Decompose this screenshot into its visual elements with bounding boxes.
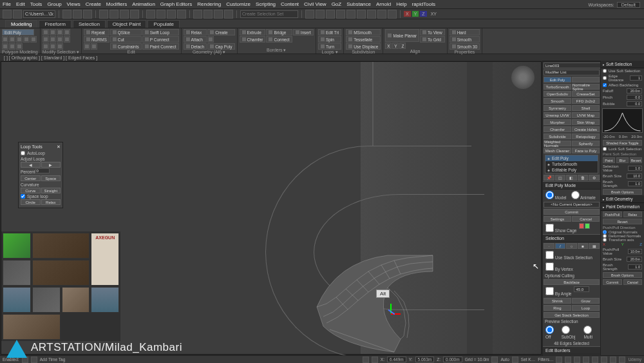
next-mod[interactable] xyxy=(9,43,15,50)
affect-back[interactable] xyxy=(603,83,607,87)
mod-subdivide[interactable]: Subdivide xyxy=(544,133,571,139)
attach-button[interactable]: Attach xyxy=(184,36,207,43)
time-play[interactable] xyxy=(565,357,571,363)
makeplanar-button[interactable]: Make Planar xyxy=(385,29,419,42)
use-softsel[interactable] xyxy=(603,69,607,73)
mirror-button[interactable] xyxy=(305,10,314,19)
dot-ring[interactable] xyxy=(50,36,56,43)
group-geometry[interactable]: Geometry (All) ▾ xyxy=(184,50,235,55)
menu-modifiers[interactable]: Modifiers xyxy=(106,1,127,7)
loop-sel[interactable] xyxy=(57,29,63,35)
tessellate-button[interactable]: Tessellate xyxy=(346,36,381,43)
grow-button[interactable]: Grow xyxy=(572,298,600,304)
repeat-button[interactable]: Repeat xyxy=(84,29,109,35)
mod-skinwrap[interactable]: Skin Wrap xyxy=(572,119,600,125)
menu-civil[interactable]: Civil View xyxy=(304,1,327,7)
render-frame-button[interactable] xyxy=(377,10,386,19)
tab-populate[interactable]: Populate xyxy=(147,20,180,28)
shrink-button[interactable]: Shrink xyxy=(544,298,571,304)
planar-y[interactable]: Y xyxy=(392,43,399,49)
mod-uvwmap[interactable]: UVW Map xyxy=(572,112,600,118)
loop-prev[interactable]: ◀ xyxy=(21,162,41,168)
mod-normspline[interactable]: Normalize Spline xyxy=(572,84,600,90)
autokey[interactable] xyxy=(491,357,498,363)
hide-btn[interactable] xyxy=(84,43,90,50)
setkey[interactable] xyxy=(512,357,518,363)
mod-createholes[interactable]: Create Holes xyxy=(572,126,600,132)
axis-x[interactable]: X xyxy=(404,11,411,17)
connect-button[interactable]: Connect xyxy=(266,36,292,43)
fill-sel[interactable] xyxy=(50,43,56,50)
msmooth-button[interactable]: MSmooth xyxy=(346,29,381,35)
layer-button[interactable] xyxy=(326,10,335,19)
mod-editpoly[interactable]: Edit Poly xyxy=(544,77,571,83)
spaceloop-check[interactable] xyxy=(21,194,25,199)
mode-model[interactable] xyxy=(545,191,554,199)
render-button[interactable] xyxy=(388,10,397,19)
menu-customize[interactable]: Customize xyxy=(226,1,251,7)
material-button[interactable] xyxy=(357,10,366,19)
close-icon[interactable]: ✕ xyxy=(57,144,61,150)
unhide-btn[interactable] xyxy=(91,43,97,50)
mod-ffd[interactable]: FFD 2x2x2 xyxy=(572,98,600,104)
coord-y[interactable]: 5.063m xyxy=(415,357,435,362)
menu-edit[interactable]: Edit xyxy=(16,1,25,7)
loop-next[interactable]: ▶ xyxy=(41,162,61,168)
cappoly-button[interactable]: Cap Poly xyxy=(207,43,234,50)
mod-facetopoly[interactable]: Face to Poly xyxy=(572,148,600,153)
vertex-subobj[interactable] xyxy=(2,36,8,43)
group-loops[interactable]: Loops ▾ xyxy=(318,50,341,55)
center-button[interactable]: Center xyxy=(21,175,41,181)
space-button[interactable]: Space xyxy=(41,175,61,181)
modifier-list[interactable]: Modifier List xyxy=(544,70,600,75)
paintconnect-button[interactable]: Paint Connect xyxy=(142,43,179,50)
section-editgeometry[interactable]: Edit Geometry xyxy=(601,195,644,203)
toview-button[interactable]: To View xyxy=(420,29,445,35)
pconnect-button[interactable]: P Connect xyxy=(142,36,179,43)
prev-mod[interactable] xyxy=(2,43,8,50)
section-selection[interactable]: Selection xyxy=(543,234,600,242)
lock-softsel[interactable] xyxy=(603,147,607,151)
menu-substance[interactable]: Substance xyxy=(346,1,371,7)
pct-snap-button[interactable] xyxy=(214,10,223,19)
mod-retopo[interactable]: Retopology xyxy=(572,133,600,139)
pin-stack[interactable]: 📌 xyxy=(544,175,554,181)
inset-sel[interactable] xyxy=(57,36,63,43)
planar-x[interactable]: X xyxy=(385,43,392,49)
mod-shell[interactable]: Shell xyxy=(572,105,600,111)
edittri-button[interactable]: Edit Tri xyxy=(318,29,341,35)
menu-goz[interactable]: GoZ xyxy=(332,1,342,7)
poly-subobj[interactable] xyxy=(23,36,30,43)
mod-unwrap[interactable]: Unwrap UVW xyxy=(544,112,571,118)
axis-y[interactable]: Y xyxy=(412,11,419,17)
by-vertex[interactable] xyxy=(545,262,554,271)
section-editborders[interactable]: Edit Borders xyxy=(543,346,600,355)
coord-z[interactable]: 0.000m xyxy=(443,357,462,362)
nav-orbit[interactable] xyxy=(601,357,607,363)
section-softselection[interactable]: Soft Selection xyxy=(601,61,644,68)
extrude-button[interactable]: Extrude xyxy=(240,29,266,35)
relax-button[interactable]: Relax xyxy=(184,29,207,35)
collapse-button[interactable] xyxy=(207,36,214,43)
schematic-button[interactable] xyxy=(346,10,355,19)
edge-dist[interactable] xyxy=(603,76,607,80)
spinner-snap-button[interactable] xyxy=(224,10,233,19)
rotate-button[interactable] xyxy=(156,10,166,19)
coord-x[interactable]: 6.449m xyxy=(387,357,406,362)
menu-rendering[interactable]: Rendering xyxy=(197,1,221,7)
mod-opensubdiv[interactable]: OpenSubdiv xyxy=(544,91,571,97)
remove-mod[interactable]: 🗑 xyxy=(578,175,589,181)
bind-button[interactable] xyxy=(83,10,92,19)
detach-button[interactable]: Detach xyxy=(184,43,207,50)
nav-max[interactable] xyxy=(619,357,625,363)
mod-wnormals[interactable]: Weighted Normals xyxy=(544,141,571,146)
select-filter-button[interactable] xyxy=(130,10,139,19)
constraints-button[interactable]: Constraints xyxy=(110,43,142,50)
create-button[interactable]: Create xyxy=(207,29,234,35)
percent-input[interactable] xyxy=(35,168,50,173)
settings-button[interactable]: Settings xyxy=(544,216,571,222)
section-editpolymode[interactable]: Edit Poly Mode xyxy=(543,181,600,190)
redo-button[interactable] xyxy=(13,10,22,19)
shaded-toggle[interactable]: Shaded Face Toggle xyxy=(603,140,642,146)
menu-help[interactable]: Help xyxy=(396,1,406,7)
